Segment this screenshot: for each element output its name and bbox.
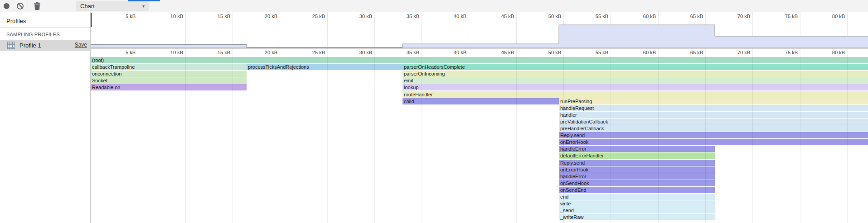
view-mode-value: Chart (80, 3, 95, 9)
chevron-down-icon: ▾ (142, 1, 145, 11)
flame-bar-write_[interactable]: write_ (559, 200, 715, 207)
flame-bar-Reply.send[interactable]: Reply.send (559, 132, 868, 138)
flame-bar-preValidationCallback[interactable]: preValidationCallback (559, 119, 868, 125)
flame-bar-parserOnIncoming[interactable]: parserOnIncoming (402, 71, 868, 77)
overview-area-chart (91, 12, 868, 48)
heap-profiler-window: Chart ▾ Profiles SAMPLING PROFILES Profi… (0, 0, 868, 223)
flame-tick-label: 30 kB (346, 50, 372, 55)
flame-tick-label: 55 kB (582, 50, 608, 55)
profile-name: Profile 1 (19, 42, 41, 49)
view-mode-select[interactable]: Chart ▾ (76, 1, 149, 11)
trash-icon (34, 2, 41, 10)
flame-bar-child[interactable]: child (402, 98, 559, 104)
overview-pane[interactable]: 5 kB10 kB15 kB20 kB25 kB30 kB35 kB40 kB4… (91, 12, 868, 49)
flame-tick-label: 60 kB (630, 50, 656, 55)
flame-tick-label: 65 kB (677, 50, 703, 55)
flame-bar-Readable.on[interactable]: Readable.on (91, 84, 247, 90)
flame-tick-label: 45 kB (488, 50, 514, 55)
flame-tick-label: 50 kB (535, 50, 561, 55)
flame-bar-onErrorHook[interactable]: onErrorHook (559, 166, 715, 173)
flame-bar-_send[interactable]: _send (559, 207, 715, 214)
flame-ruler: 5 kB10 kB15 kB20 kB25 kB30 kB35 kB40 kB4… (91, 49, 868, 57)
flame-bar-routeHandler[interactable]: routeHandler (402, 91, 868, 98)
flame-bar-_writeRaw[interactable]: _writeRaw (559, 214, 715, 220)
flame-bar-end[interactable]: end (559, 194, 715, 200)
flame-bar-Reply.send[interactable]: Reply.send (559, 160, 715, 166)
save-profile-link[interactable]: Save (75, 42, 87, 48)
flame-bar-callbackTrampoline[interactable]: callbackTrampoline (91, 64, 247, 70)
flame-bar-processTicksAndRejections[interactable]: processTicksAndRejections (247, 64, 402, 70)
flame-bar-defaultErrorHandler[interactable]: defaultErrorHandler (559, 152, 715, 159)
flame-bar-onSendHook[interactable]: onSendHook (559, 180, 715, 186)
flame-bar-preHandlerCallback[interactable]: preHandlerCallback (559, 125, 868, 132)
sidebar-item-profile-1[interactable]: Profile 1 Save (0, 40, 90, 51)
record-button[interactable] (4, 3, 10, 9)
profiles-sidebar: Profiles SAMPLING PROFILES Profile 1 Sav… (0, 12, 91, 223)
flame-tick-label: 10 kB (157, 50, 183, 55)
flame-tick-label: 5 kB (109, 50, 136, 55)
flame-bar-onconnection[interactable]: onconnection (91, 71, 247, 77)
flame-bar-handleError[interactable]: handleError (559, 173, 715, 180)
flame-tick-label: 70 kB (724, 50, 750, 55)
sampling-profiles-heading: SAMPLING PROFILES (0, 28, 90, 40)
toolbar-divider (28, 2, 28, 10)
flame-bar-onSendEnd[interactable]: onSendEnd (559, 187, 715, 193)
flame-tick-label: 40 kB (440, 50, 466, 55)
flame-tick-label: 25 kB (299, 50, 325, 55)
flame-tick-label: 80 kB (819, 50, 845, 55)
flame-tick-label: 15 kB (204, 50, 230, 55)
flame-chart: (root)callbackTrampolineprocessTicksAndR… (91, 57, 868, 223)
profile-table-icon (7, 42, 15, 49)
flame-bar-runPreParsing[interactable]: runPreParsing (559, 98, 868, 104)
flamechart-pane: 5 kB10 kB15 kB20 kB25 kB30 kB35 kB40 kB4… (91, 12, 868, 223)
overview-window-handle[interactable] (91, 13, 92, 27)
flame-tick-label: 20 kB (251, 50, 277, 55)
active-tab-indicator (128, 0, 160, 1)
flame-bar-handleRequest[interactable]: handleRequest (559, 105, 868, 111)
flame-bar-parserOnHeadersComplete[interactable]: parserOnHeadersComplete (402, 64, 868, 70)
delete-profile-button[interactable] (33, 2, 41, 10)
sidebar-title: Profiles (0, 12, 90, 28)
flame-tick-label: 35 kB (393, 50, 419, 55)
flame-bar-handleError[interactable]: handleError (559, 146, 715, 152)
flame-bar-(root)[interactable]: (root) (91, 57, 868, 63)
flame-bar-onErrorHook[interactable]: onErrorHook (559, 139, 868, 145)
flame-bar-Socket[interactable]: Socket (91, 77, 247, 84)
clear-profiles-button[interactable] (17, 3, 24, 9)
flame-bar-handler[interactable]: handler (559, 112, 868, 118)
flame-bar-emit[interactable]: emit (402, 77, 868, 84)
flame-bar-lookup[interactable]: lookup (402, 84, 868, 90)
flame-tick-label: 75 kB (771, 50, 798, 55)
toolbar: Chart ▾ (0, 0, 868, 12)
clear-icon (17, 3, 24, 9)
